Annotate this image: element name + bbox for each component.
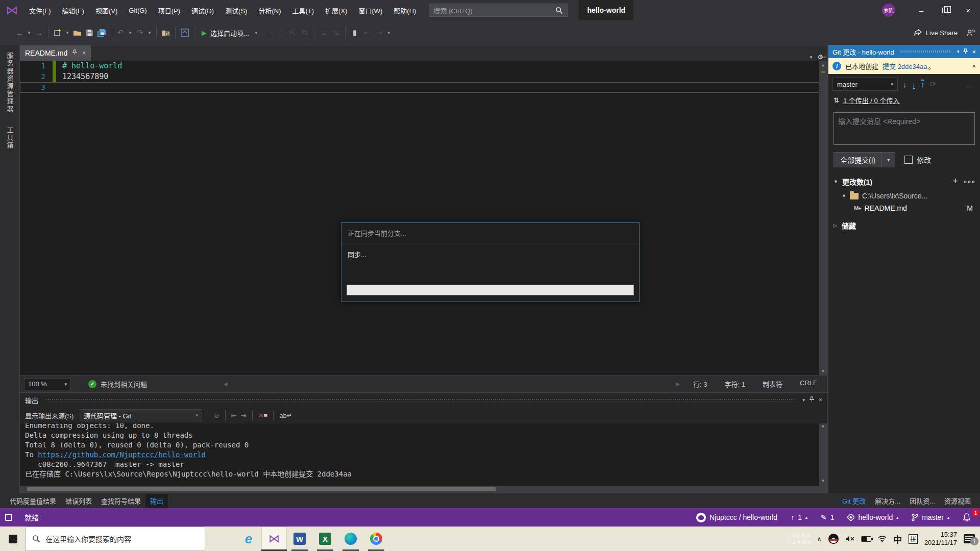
next-bookmark-button[interactable]: ⇥ xyxy=(373,26,385,39)
toolbar-overflow[interactable]: ▾ xyxy=(385,26,393,39)
amend-checkbox-row[interactable]: 修改 xyxy=(904,155,931,165)
pin-icon[interactable] xyxy=(72,49,78,57)
start-button[interactable] xyxy=(0,527,26,551)
menu-project[interactable]: 项目(P) xyxy=(153,0,186,20)
status-eol[interactable]: CRLF xyxy=(800,379,817,389)
scroll-thumb[interactable] xyxy=(27,487,496,491)
tab-team-explorer[interactable]: 团队资... xyxy=(905,494,939,508)
commit-all-split-button[interactable]: 全部提交(I) ▾ xyxy=(834,152,895,167)
minimize-button[interactable]: – xyxy=(910,0,933,20)
restore-button[interactable] xyxy=(933,0,957,20)
push-button[interactable]: ↑ xyxy=(921,81,925,88)
output-drag-grip[interactable] xyxy=(45,398,795,402)
live-unit-testing-button[interactable] xyxy=(179,26,191,39)
prev-bookmark-button[interactable]: ⇤ xyxy=(361,26,373,39)
amend-checkbox[interactable] xyxy=(904,156,913,164)
outgoing-incoming-link[interactable]: 1 个传出 / 0 个传入 xyxy=(843,95,900,105)
toolbox-tab[interactable]: 工具箱 xyxy=(5,127,15,149)
navigate-forward-button[interactable]: → xyxy=(33,26,45,39)
menu-tools[interactable]: 工具(T) xyxy=(286,0,320,20)
output-pin-icon[interactable] xyxy=(809,396,815,404)
menu-git[interactable]: Git(G) xyxy=(123,0,152,20)
attach-process-button[interactable]: ⇱ xyxy=(286,26,299,39)
save-button[interactable] xyxy=(83,26,95,39)
tab-error-list[interactable]: 错误列表 xyxy=(61,494,96,508)
unindent-button[interactable]: ≡ xyxy=(317,26,330,39)
tab-git-changes[interactable]: Git 更改 xyxy=(838,494,870,508)
new-item-dropdown[interactable]: ▾ xyxy=(64,26,71,39)
save-all-button[interactable] xyxy=(95,26,108,39)
compare-options-icon[interactable]: ∘∘∘ xyxy=(963,178,975,186)
output-window-dropdown[interactable]: ▾ xyxy=(802,397,805,403)
tab-code-metrics[interactable]: 代码度量值结果 xyxy=(5,494,61,508)
tray-expand-chevron[interactable]: ∧ xyxy=(817,535,822,543)
more-actions-button[interactable]: … xyxy=(966,80,974,89)
menu-debug[interactable]: 调试(D) xyxy=(186,0,219,20)
notifications-bell-button[interactable]: 1 xyxy=(959,508,975,527)
scroll-up-arrow[interactable]: ▲ xyxy=(822,423,824,431)
message-filter-icon[interactable]: ⊘ xyxy=(214,412,219,419)
zoom-select[interactable]: 100 % ▾ xyxy=(24,378,71,390)
scroll-down-arrow[interactable]: ▼ xyxy=(822,367,824,375)
hscroll-left-arrow[interactable]: ◀ xyxy=(224,381,228,387)
chrome-button[interactable] xyxy=(363,527,389,551)
hscroll-right-arrow[interactable]: ▶ xyxy=(676,381,680,387)
clear-all-icon[interactable]: ✕≡ xyxy=(258,412,268,419)
server-explorer-tab[interactable]: 服务器资源管理器 xyxy=(5,52,15,113)
toolbar-grip[interactable]: ⋮⋮ xyxy=(6,28,11,38)
infobar-close-icon[interactable]: × xyxy=(972,62,976,70)
tab-output[interactable]: 输出 xyxy=(145,494,168,508)
start-debug-button[interactable]: ▶ 选择启动项... ▾ xyxy=(198,26,264,40)
open-folder-button[interactable] xyxy=(71,26,83,39)
pull-button[interactable]: ↓ xyxy=(912,81,916,88)
status-indent[interactable]: 制表符 xyxy=(763,379,782,389)
github-repo-button[interactable]: Njuptccc / hello-world xyxy=(692,508,781,527)
word-button[interactable]: W xyxy=(287,527,312,551)
new-project-button[interactable] xyxy=(52,26,64,39)
qq-tray-icon[interactable] xyxy=(828,534,839,544)
internet-explorer-button[interactable]: e xyxy=(236,527,261,551)
commit-all-button[interactable]: 全部提交(I) xyxy=(834,152,882,167)
battery-icon[interactable] xyxy=(861,536,871,542)
menu-view[interactable]: 视图(V) xyxy=(90,0,123,20)
redo-dropdown[interactable]: ▾ xyxy=(146,26,153,39)
redo-button[interactable]: ↷ xyxy=(134,26,146,39)
code-editor[interactable]: 1 # hello-world 2 1234567890 3 xyxy=(20,61,827,375)
ime-language-indicator[interactable]: 中 xyxy=(893,533,902,545)
branch-button[interactable]: master ▴ xyxy=(908,508,953,527)
repo-url-link[interactable]: https://github.com/Njuptccc/hello-world xyxy=(38,450,206,459)
prev-message-icon[interactable]: ⇤ xyxy=(231,412,237,419)
hot-reload-button[interactable]: – xyxy=(264,26,276,39)
close-button[interactable]: × xyxy=(957,0,980,20)
output-log[interactable]: Enumerating objects: 10, done. Delta com… xyxy=(20,423,827,486)
stage-all-plus-icon[interactable]: + xyxy=(952,178,958,186)
fetch-button[interactable]: ↓ xyxy=(903,81,907,88)
find-in-files-button[interactable] xyxy=(160,26,172,39)
stash-section-header[interactable]: ▷ 储藏 xyxy=(828,214,980,237)
ime-mode-indicator[interactable]: 拼 xyxy=(909,534,918,544)
excel-button[interactable]: X xyxy=(312,527,338,551)
visual-studio-taskbar-button[interactable]: ⋈ xyxy=(261,527,287,551)
navigate-back-button[interactable]: ← xyxy=(13,26,26,39)
undo-dropdown[interactable]: ▾ xyxy=(127,26,134,39)
git-panel-pin-icon[interactable] xyxy=(963,48,968,56)
tab-solution-explorer[interactable]: 解决方... xyxy=(871,494,904,508)
quick-search-input[interactable]: 搜索 (Ctrl+Q) xyxy=(429,4,568,17)
changed-file-row[interactable]: M+ README.md M xyxy=(842,202,980,214)
refresh-button[interactable]: ⟳ xyxy=(930,80,937,89)
commit-message-input[interactable]: 输入提交消息 <Required> xyxy=(834,112,975,145)
repository-button[interactable]: hello-world ▴ xyxy=(843,508,902,527)
wifi-icon[interactable] xyxy=(878,536,887,542)
menu-analyze[interactable]: 分析(N) xyxy=(253,0,286,20)
breakpoint-button[interactable]: ⧉ xyxy=(299,26,311,39)
volume-muted-icon[interactable] xyxy=(845,535,854,542)
output-horizontal-scrollbar[interactable] xyxy=(20,486,827,493)
close-tab-icon[interactable]: × xyxy=(82,49,86,57)
tab-readme[interactable]: README.md × xyxy=(20,45,91,61)
start-debug-dropdown[interactable]: ▾ xyxy=(253,26,260,39)
split-window-handle[interactable]: ══ xyxy=(820,55,826,60)
taskbar-clock[interactable]: 15:37 2021/11/17 xyxy=(924,531,957,547)
git-panel-header[interactable]: Git 更改 - hello-world ▾ × xyxy=(828,45,980,58)
tab-find-symbol[interactable]: 查找符号结果 xyxy=(96,494,145,508)
commit-all-dropdown[interactable]: ▾ xyxy=(882,152,895,167)
